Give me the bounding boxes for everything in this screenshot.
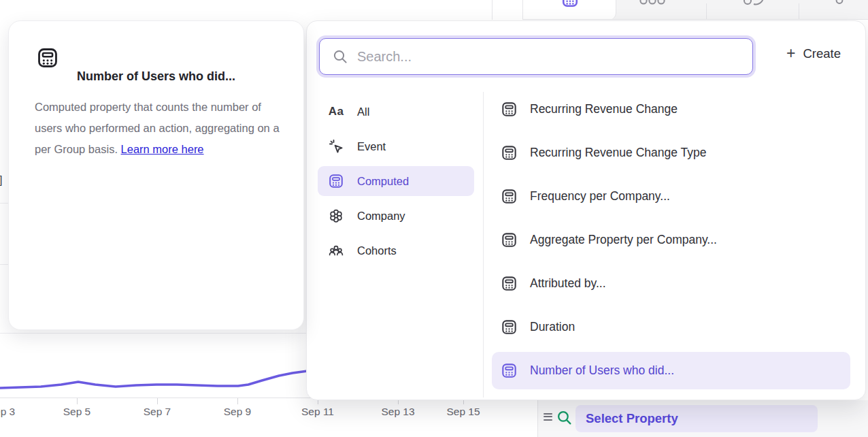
property-item-selected[interactable]: Number of Users who did... (492, 352, 850, 389)
property-picker-popup: + Create Aa All Event (306, 20, 866, 400)
property-item-label: Aggregate Property per Company... (530, 233, 717, 247)
category-computed[interactable]: Computed (318, 166, 474, 196)
calculator-icon (36, 46, 59, 69)
chart-line (0, 371, 307, 388)
property-item-label: Number of Users who did... (530, 363, 674, 378)
event-cursor-spark-icon (328, 138, 344, 155)
search-input[interactable] (357, 49, 752, 65)
tab-separator (706, 3, 707, 20)
category-all[interactable]: Aa All (318, 97, 474, 127)
search-box (319, 38, 753, 75)
x-axis-label: Sep 11 (294, 406, 341, 418)
page-vertical-divider (492, 0, 493, 20)
x-axis-label: Sep 3 (0, 406, 25, 418)
event-search-icon (556, 409, 573, 426)
property-item[interactable]: Duration (492, 308, 850, 346)
category-label: Event (357, 140, 386, 153)
x-axis-label: Sep 13 (374, 406, 422, 418)
company-flower-icon (328, 208, 344, 224)
x-tick (237, 398, 238, 404)
x-axis-label: Sep 15 (439, 406, 487, 418)
property-item[interactable]: Recurring Revenue Change (492, 91, 850, 128)
learn-more-link[interactable]: Learn more here (121, 143, 204, 155)
calculator-icon (501, 188, 518, 205)
property-info-card: Number of Users who did... Computed prop… (8, 20, 304, 330)
x-axis-label: Sep 9 (214, 406, 261, 418)
section-divider (0, 333, 307, 334)
tab-computed-active[interactable] (523, 0, 616, 20)
funnel-tab-icon[interactable] (835, 0, 844, 6)
property-list: Recurring Revenue Change Recurring Reven… (492, 91, 850, 395)
category-company[interactable]: Company (318, 201, 474, 231)
calculator-icon (501, 319, 518, 336)
property-item-label: Recurring Revenue Change (530, 102, 678, 116)
create-button[interactable]: + Create (786, 46, 841, 61)
calculator-icon (501, 144, 518, 161)
x-axis-label: Sep 7 (133, 406, 181, 418)
app-canvas: y] Sep 3 Sep 5 Sep 7 Sep 9 Sep 11 Sep 13… (0, 0, 868, 437)
property-item[interactable]: Attributed by... (492, 265, 850, 302)
category-label: All (357, 106, 369, 118)
category-event[interactable]: Event (318, 131, 474, 161)
plus-icon: + (786, 46, 795, 61)
query-builder-row: Select Property (537, 400, 868, 437)
card-description: Computed property that counts the number… (35, 97, 288, 160)
tab-separator (799, 3, 799, 20)
page-divider-fragment (0, 264, 8, 265)
category-label: Cohorts (357, 244, 397, 257)
property-item[interactable]: Recurring Revenue Change Type (492, 134, 850, 172)
drag-handle-icon[interactable] (544, 413, 552, 421)
category-label: Company (357, 210, 405, 223)
search-icon (332, 48, 348, 65)
create-button-label: Create (803, 46, 841, 61)
calculator-icon (328, 173, 344, 189)
metric-line-chart (0, 370, 313, 400)
calculator-icon (501, 275, 518, 292)
x-tick (77, 398, 78, 404)
bars-tab-icon[interactable] (639, 0, 666, 7)
x-axis-label: Sep 5 (53, 406, 101, 418)
select-property-field[interactable]: Select Property (575, 405, 818, 432)
retention-tab-icon[interactable] (742, 0, 765, 8)
view-tabbar (522, 0, 868, 20)
category-cohorts[interactable]: Cohorts (318, 236, 474, 265)
property-item-label: Attributed by... (530, 276, 606, 291)
text-aa-icon: Aa (328, 103, 344, 120)
property-item[interactable]: Aggregate Property per Company... (492, 221, 850, 259)
select-property-label: Select Property (586, 411, 678, 426)
x-tick (157, 398, 158, 404)
calculator-icon (501, 101, 518, 118)
property-item-label: Duration (530, 320, 575, 334)
property-item-label: Frequency per Company... (530, 189, 670, 204)
category-list: Aa All Event (318, 97, 474, 270)
category-label: Computed (357, 175, 409, 188)
popup-column-divider (483, 92, 484, 398)
property-item-label: Recurring Revenue Change Type (530, 146, 706, 160)
computed-tab-icon (561, 0, 579, 8)
card-title: Number of Users who did... (77, 69, 235, 84)
cohorts-people-icon (328, 242, 344, 259)
page-divider-fragment (0, 203, 8, 204)
calculator-icon (501, 231, 518, 248)
clipped-page-text: y] (0, 174, 2, 187)
calculator-icon (501, 362, 518, 379)
property-item[interactable]: Frequency per Company... (492, 178, 850, 215)
